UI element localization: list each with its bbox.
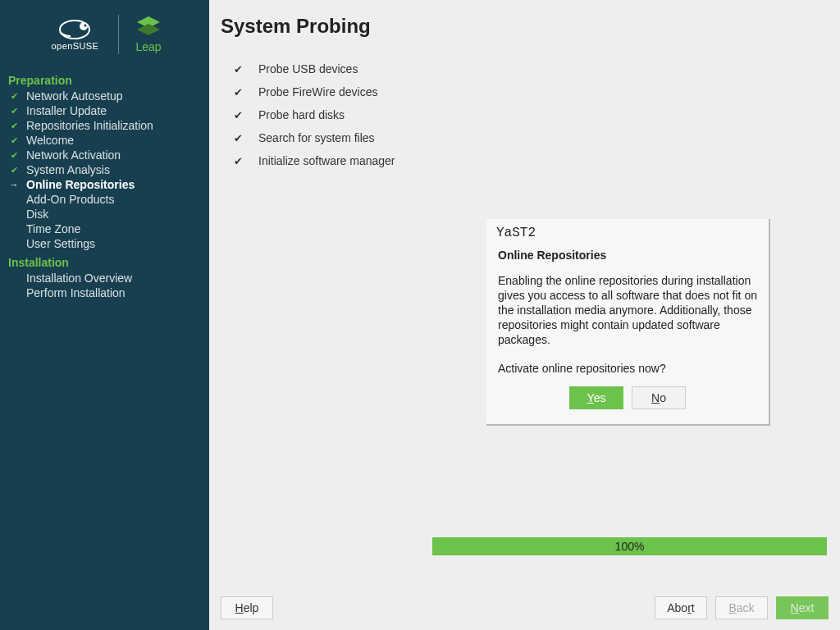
nav-item-label: Online Repositories bbox=[20, 177, 135, 192]
nav-item-label: Perform Installation bbox=[20, 285, 126, 300]
nav-heading: Preparation bbox=[8, 72, 201, 89]
probe-item: ✔Search for system files bbox=[234, 131, 840, 144]
check-icon: ✔ bbox=[234, 155, 258, 167]
nav-item-label: Network Autosetup bbox=[20, 89, 123, 103]
check-icon: ✔ bbox=[234, 63, 258, 75]
leap-icon bbox=[137, 16, 160, 38]
yes-button[interactable]: Yes bbox=[569, 386, 623, 409]
dialog-title: YaST2 bbox=[486, 219, 769, 244]
nav-item: •User Settings bbox=[8, 236, 201, 251]
nav-item-label: Disk bbox=[20, 207, 48, 221]
nav-item-label: Welcome bbox=[20, 133, 74, 148]
nav-item: •Add-On Products bbox=[8, 192, 201, 207]
progress-bar-container: 100% bbox=[432, 537, 827, 555]
logo-area: openSUSE Leap bbox=[0, 0, 209, 69]
logo-separator bbox=[118, 15, 119, 54]
progress-bar: 100% bbox=[432, 537, 827, 555]
sidebar: openSUSE Leap Preparation✔Network Autose… bbox=[0, 0, 209, 630]
nav-heading: Installation bbox=[8, 254, 201, 271]
probe-label: Initialize software manager bbox=[258, 154, 395, 167]
nav-item: •Disk bbox=[8, 207, 201, 221]
dialog-question: Activate online repositories now? bbox=[498, 362, 757, 375]
nav-item: ✔Welcome bbox=[8, 133, 201, 148]
svg-marker-4 bbox=[137, 24, 160, 35]
nav-item-label: Network Activation bbox=[20, 148, 121, 162]
nav-item-label: User Settings bbox=[20, 236, 95, 251]
nav-item: ✔Network Autosetup bbox=[8, 89, 201, 103]
back-button: Back bbox=[715, 596, 768, 619]
leap-logo: Leap bbox=[135, 16, 161, 53]
probe-item: ✔Probe USB devices bbox=[234, 62, 840, 75]
check-icon: ✔ bbox=[8, 148, 20, 162]
check-icon: ✔ bbox=[8, 89, 20, 103]
nav-item: →Online Repositories bbox=[8, 177, 201, 192]
next-button: Next bbox=[776, 596, 829, 619]
nav-item: ✔Network Activation bbox=[8, 148, 201, 162]
check-icon: ✔ bbox=[8, 103, 20, 118]
probe-item: ✔Initialize software manager bbox=[234, 154, 840, 167]
dialog-heading: Online Repositories bbox=[498, 249, 757, 262]
check-icon: ✔ bbox=[234, 132, 258, 144]
nav-item: ✔System Analysis bbox=[8, 162, 201, 177]
footer: Help Abort Back Next bbox=[209, 586, 840, 630]
main-content: System Probing ✔Probe USB devices✔Probe … bbox=[209, 0, 840, 630]
nav-item-label: System Analysis bbox=[20, 162, 110, 177]
progress-text: 100% bbox=[615, 540, 645, 553]
page-title: System Probing bbox=[221, 15, 840, 38]
check-icon: ✔ bbox=[8, 118, 20, 133]
check-icon: ✔ bbox=[8, 133, 20, 148]
nav-item: ✔Repositories Initialization bbox=[8, 118, 201, 133]
svg-point-1 bbox=[80, 22, 88, 30]
arrow-icon: → bbox=[8, 177, 20, 192]
check-icon: ✔ bbox=[8, 162, 20, 177]
check-icon: ✔ bbox=[234, 86, 258, 98]
dialog-online-repositories: YaST2 Online Repositories Enabling the o… bbox=[486, 219, 770, 426]
gecko-icon bbox=[48, 18, 102, 43]
nav-item-label: Repositories Initialization bbox=[20, 118, 153, 133]
probe-item: ✔Probe FireWire devices bbox=[234, 85, 840, 98]
nav-item-label: Add-On Products bbox=[20, 192, 114, 207]
nav-item-label: Installer Update bbox=[20, 103, 107, 118]
probe-label: Search for system files bbox=[258, 131, 375, 144]
nav-item: ✔Installer Update bbox=[8, 103, 201, 118]
opensuse-wordmark: openSUSE bbox=[52, 41, 99, 51]
abort-button[interactable]: Abort bbox=[655, 596, 707, 619]
check-icon: ✔ bbox=[234, 109, 258, 121]
svg-point-2 bbox=[84, 24, 87, 26]
nav-item: •Time Zone bbox=[8, 221, 201, 236]
help-button[interactable]: Help bbox=[221, 596, 273, 619]
probe-item: ✔Probe hard disks bbox=[234, 108, 840, 121]
probe-label: Probe USB devices bbox=[258, 62, 358, 75]
probe-label: Probe FireWire devices bbox=[258, 85, 378, 98]
probe-list: ✔Probe USB devices✔Probe FireWire device… bbox=[234, 62, 840, 167]
leap-wordmark: Leap bbox=[135, 40, 161, 53]
probe-label: Probe hard disks bbox=[258, 108, 345, 121]
nav-item-label: Time Zone bbox=[20, 221, 80, 236]
no-button[interactable]: No bbox=[632, 386, 686, 409]
opensuse-logo: openSUSE bbox=[48, 18, 102, 51]
nav-item: •Perform Installation bbox=[8, 285, 201, 300]
nav-item: •Installation Overview bbox=[8, 271, 201, 285]
dialog-text: Enabling the online repositories during … bbox=[498, 273, 757, 347]
nav-item-label: Installation Overview bbox=[20, 271, 132, 285]
